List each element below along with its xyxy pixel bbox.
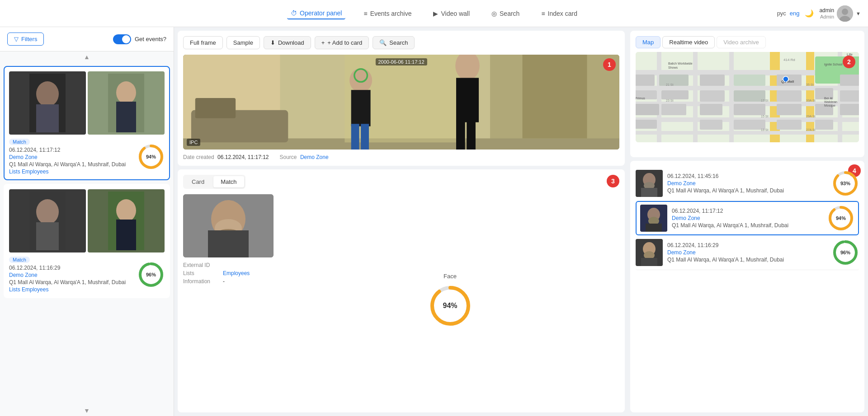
lang-ru-button[interactable]: рус: [777, 10, 786, 17]
download-icon: ⬇: [270, 39, 275, 46]
event-list-source-1[interactable]: Demo Zone: [667, 180, 827, 187]
nav-item-video-wall[interactable]: ▶ Video wall: [429, 8, 473, 19]
map-frame[interactable]: 2: [636, 52, 859, 142]
scroll-down-arrow[interactable]: ▼: [0, 405, 174, 416]
information-value: -: [223, 278, 225, 285]
event-img-profile-1: [88, 71, 165, 135]
svg-text:Walidean: Walidean: [824, 100, 837, 103]
meta-source: Source Demo Zone: [280, 154, 329, 160]
event-img-profile-2: [88, 189, 165, 252]
svg-text:27A St: 27A St: [806, 128, 816, 131]
nav-items: ⏱ Operator panel ≡ Events archive ▶ Vide…: [287, 8, 581, 19]
camera-section: Full frame Sample ⬇ Download + + Add to …: [178, 31, 625, 166]
filters-label: Filters: [21, 36, 37, 42]
nav-item-events-archive[interactable]: ≡ Events archive: [360, 8, 415, 19]
svg-rect-76: [777, 120, 802, 130]
donut-label-1: 94%: [146, 154, 156, 159]
svg-text:Primus: Primus: [636, 97, 645, 100]
svg-rect-64: [636, 120, 657, 129]
svg-text:Ignite School: Ignite School: [824, 63, 843, 66]
get-events-toggle-wrap: Get events?: [113, 34, 166, 44]
video-icon: ▶: [433, 10, 438, 17]
match-content: External ID Lists Employees Information …: [183, 194, 619, 407]
search-button[interactable]: 🔍 Search: [373, 36, 415, 49]
svg-rect-107: [641, 188, 657, 197]
event-list-source-3[interactable]: Demo Zone: [667, 249, 827, 256]
svg-point-1: [842, 9, 848, 15]
event-card-1[interactable]: Match 06.12.2024, 11:17:12 Demo Zone Q1 …: [4, 66, 170, 180]
user-menu[interactable]: admin Admin ▼: [819, 5, 861, 22]
add-to-card-button[interactable]: + + Add to card: [315, 36, 369, 49]
left-sidebar: ▽ Filters Get events? ▲: [0, 27, 174, 416]
filters-button[interactable]: ▽ Filters: [7, 33, 44, 46]
event-list-location-3: Q1 Mall Al Warqa, Al Warqa'A 1, Mushraif…: [667, 257, 827, 263]
svg-point-15: [116, 199, 136, 222]
user-name: admin: [819, 7, 834, 14]
svg-text:Shows: Shows: [668, 66, 678, 69]
map-tab-map[interactable]: Map: [636, 36, 660, 48]
map-tab-archive[interactable]: Video archive: [717, 36, 766, 48]
event-source-1[interactable]: Demo Zone: [9, 154, 137, 160]
event-img-face-1: [9, 71, 86, 135]
svg-rect-35: [456, 120, 465, 150]
event-donut-1: 93%: [832, 170, 859, 197]
nav-item-search[interactable]: ◎ Search: [488, 8, 523, 19]
svg-text:33A St: 33A St: [806, 99, 816, 102]
event-list-item-1[interactable]: 06.12.2024, 11:45:16 Demo Zone Q1 Mall A…: [636, 166, 859, 201]
svg-text:414 Rd: 414 Rd: [783, 58, 795, 62]
map-panel-number: 2: [843, 56, 855, 68]
nav-label: Search: [500, 10, 519, 17]
svg-rect-34: [456, 78, 479, 122]
camera-label: IPC: [187, 139, 200, 146]
svg-rect-74: [777, 90, 802, 102]
lists-field-value[interactable]: Employees: [223, 270, 250, 276]
tab-match-button[interactable]: Match: [213, 176, 244, 187]
add-to-card-label: + Add to card: [327, 39, 362, 46]
employees-link-2[interactable]: Employees: [22, 286, 48, 293]
event-location-2: Q1 Mall Al Warqa, Al Warqa'A 1, Mushraif…: [9, 279, 137, 285]
sidebar-events-list: Match 06.12.2024, 11:17:12 Demo Zone Q1 …: [0, 62, 174, 405]
download-button[interactable]: ⬇ Download: [264, 36, 311, 49]
scroll-up-arrow[interactable]: ▲: [0, 51, 174, 62]
svg-rect-65: [700, 75, 725, 86]
tab-card-button[interactable]: Card: [184, 176, 212, 187]
match-face-details: External ID Lists Employees Information …: [183, 262, 274, 286]
svg-rect-31: [351, 124, 359, 150]
event-card-2[interactable]: Match 06.12.2024, 11:16:29 Demo Zone Q1 …: [4, 184, 170, 298]
information-label: Information: [183, 278, 219, 285]
chevron-down-icon: ▼: [856, 11, 861, 16]
svg-rect-62: [636, 104, 659, 115]
match-percent-label: 94%: [443, 302, 457, 310]
event-list-source-2[interactable]: Demo Zone: [672, 215, 823, 221]
event-list-item-3[interactable]: 06.12.2024, 11:16:29 Demo Zone Q1 Mall A…: [636, 235, 859, 270]
event-list-date-3: 06.12.2024, 11:16:29: [667, 242, 827, 248]
svg-rect-75: [777, 104, 802, 115]
event-list-info-1: 06.12.2024, 11:45:16 Demo Zone Q1 Mall A…: [667, 173, 827, 194]
meta-date: Date created 06.12.2024, 11:17:12: [183, 154, 269, 160]
map-tab-realtime[interactable]: Realtime video: [662, 36, 715, 48]
sample-button[interactable]: Sample: [226, 36, 260, 49]
full-frame-button[interactable]: Full frame: [183, 36, 223, 49]
svg-rect-42: [208, 230, 249, 257]
list-icon: ≡: [363, 10, 367, 17]
match-tabs: Card Match: [183, 175, 245, 189]
get-events-toggle[interactable]: [113, 34, 131, 44]
source-value-link[interactable]: Demo Zone: [300, 154, 329, 160]
lang-en-button[interactable]: eng: [790, 10, 800, 17]
svg-rect-80: [840, 75, 859, 86]
theme-toggle-button[interactable]: 🌙: [805, 9, 814, 18]
svg-rect-82: [840, 104, 859, 115]
event-lists-2: Lists Employees: [9, 286, 137, 293]
event-location-1: Q1 Mall Al Warqa, Al Warqa'A 1, Mushraif…: [9, 161, 137, 168]
event-source-2[interactable]: Demo Zone: [9, 272, 137, 278]
svg-rect-81: [840, 90, 859, 102]
svg-rect-79: [815, 120, 833, 130]
nav-item-operator-panel[interactable]: ⏱ Operator panel: [287, 8, 345, 19]
employees-link-1[interactable]: Employees: [22, 168, 48, 175]
event-list-item-2[interactable]: 06.12.2024, 11:17:12 Demo Zone Q1 Mall A…: [636, 201, 859, 235]
event-thumb-1: [636, 170, 663, 197]
event-date-1: 06.12.2024, 11:17:12: [9, 147, 137, 153]
right-panel: Map Realtime video Video archive 2: [628, 27, 868, 416]
match-badge-1: Match: [9, 139, 30, 145]
nav-item-index-card[interactable]: ≡ Index card: [538, 8, 581, 19]
